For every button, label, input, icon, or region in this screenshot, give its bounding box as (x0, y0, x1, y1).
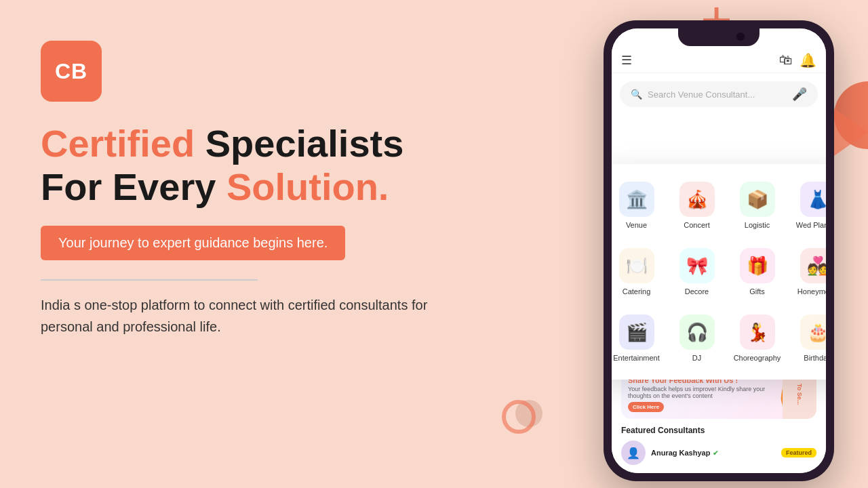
topbar-icons: 🛍 🔔 (779, 52, 816, 68)
category-item-dj[interactable]: 🎧 DJ (669, 308, 724, 369)
phone-mockup: ☰ 🛍 🔔 🔍 Search Venue Consultant... 🎤 (590, 20, 848, 488)
consultant-info: Anurag Kashyap ✔ (651, 449, 776, 457)
section-divider (41, 279, 258, 281)
category-label: Concert (684, 221, 710, 229)
category-icon: 📦 (740, 182, 775, 217)
category-grid: 🏛️ Venue 🎪 Concert 📦 Logistic 👗 Wed Plan… (612, 175, 826, 369)
category-popup: 🏛️ Venue 🎪 Concert 📦 Logistic 👗 Wed Plan… (612, 164, 826, 380)
category-icon: 💑 (800, 248, 827, 283)
category-label: Venue (626, 221, 647, 229)
tagline-box: Your journey to expert guidance begins h… (41, 226, 345, 260)
category-icon: 🎂 (800, 314, 827, 350)
logo-box: CB (41, 41, 102, 102)
category-item-choreography[interactable]: 💃 Choreography (730, 308, 785, 369)
feedback-btn[interactable]: Click Here (628, 402, 664, 412)
category-icon: 🏛️ (619, 182, 654, 217)
logo-text: CB (55, 59, 87, 84)
headline-line2: For Every Solution. (41, 165, 481, 209)
headline-line1: Certified Specialists (41, 122, 481, 165)
search-area: 🔍 Search Venue Consultant... 🎤 (612, 73, 826, 113)
phone-outer-shell: ☰ 🛍 🔔 🔍 Search Venue Consultant... 🎤 (604, 20, 834, 481)
verified-icon: ✔ (713, 449, 718, 457)
tagline-text: Your journey to expert guidance begins h… (58, 235, 328, 250)
category-icon: 🎁 (740, 248, 775, 283)
consultant-row[interactable]: 👤 Anurag Kashyap ✔ Featured (621, 441, 816, 465)
category-label: Wed Planner (796, 221, 826, 229)
category-icon: 🎧 (679, 314, 715, 350)
featured-consultants-title: Featured Consultants (621, 426, 816, 435)
category-label: Decore (685, 287, 709, 296)
category-icon: 👗 (800, 182, 827, 217)
category-label: DJ (692, 354, 701, 362)
category-item-entertainment[interactable]: 🎬 Entertainment (612, 308, 664, 369)
featured-badge: Featured (781, 448, 816, 458)
phone-notch (678, 28, 760, 46)
category-item-catering[interactable]: 🍽️ Catering (612, 241, 664, 302)
category-label: Catering (623, 287, 651, 296)
category-item-venue[interactable]: 🏛️ Venue (612, 175, 664, 236)
bell-icon[interactable]: 🔔 (800, 52, 816, 68)
phone-screen: ☰ 🛍 🔔 🔍 Search Venue Consultant... 🎤 (612, 28, 826, 473)
category-icon: 💃 (740, 314, 775, 350)
feedback-subtitle: Your feedback helps us improve! Kindly s… (628, 386, 774, 399)
feedback-text-block: Share Your Feedback With Us ! Your feedb… (628, 376, 774, 412)
category-item-birthday[interactable]: 🎂 Birthday (790, 308, 826, 369)
category-label: Entertainment (613, 354, 659, 362)
category-label: Honeymoon (797, 287, 826, 296)
category-label: Birthday (804, 354, 826, 362)
headline-certified: Certified (41, 122, 195, 165)
description-text: India s one-stop platform to connect wit… (41, 294, 434, 338)
category-item-concert[interactable]: 🎪 Concert (669, 175, 724, 236)
headline: Certified Specialists For Every Solution… (41, 122, 481, 209)
category-icon: 🎀 (679, 248, 715, 283)
phone-camera (736, 33, 745, 41)
menu-icon[interactable]: ☰ (621, 53, 632, 68)
category-label: Gifts (749, 287, 765, 296)
category-item-decore[interactable]: 🎀 Decore (669, 241, 724, 302)
category-item-honeymoon[interactable]: 💑 Honeymoon (790, 241, 826, 302)
consultant-avatar: 👤 (621, 441, 646, 465)
category-item-wed-planner[interactable]: 👗 Wed Planner (790, 175, 826, 236)
category-icon: 🍽️ (619, 248, 654, 283)
category-icon: 🎬 (619, 314, 654, 350)
category-item-gifts[interactable]: 🎁 Gifts (730, 241, 785, 302)
search-bar[interactable]: 🔍 Search Venue Consultant... 🎤 (620, 81, 818, 107)
bag-icon[interactable]: 🛍 (779, 52, 793, 68)
consultant-name: Anurag Kashyap ✔ (651, 449, 776, 457)
featured-section: Featured Consultants 👤 Anurag Kashyap ✔ … (621, 426, 816, 465)
category-label: Choreography (734, 354, 781, 362)
headline-for-every: For Every (41, 165, 226, 208)
headline-specialists: Specialists (195, 122, 403, 165)
left-section: CB Certified Specialists For Every Solut… (41, 41, 481, 338)
category-icon: 🎪 (679, 182, 715, 217)
deco-triangle (834, 108, 868, 156)
search-icon: 🔍 (631, 89, 642, 100)
category-label: Logistic (745, 221, 770, 229)
mic-icon[interactable]: 🎤 (792, 87, 807, 102)
headline-solution: Solution. (226, 165, 389, 208)
deco-circle-outline (502, 400, 536, 434)
category-item-logistic[interactable]: 📦 Logistic (730, 175, 785, 236)
search-placeholder: Search Venue Consultant... (648, 89, 787, 100)
